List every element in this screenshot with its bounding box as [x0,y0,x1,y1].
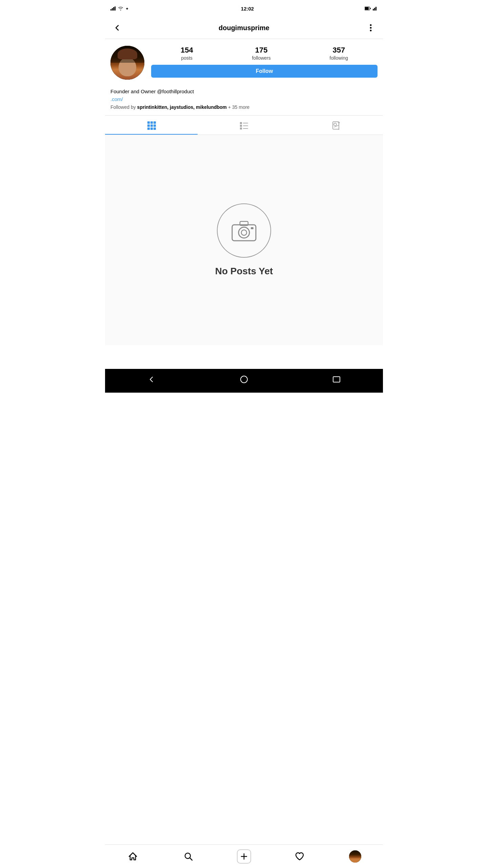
svg-rect-17 [147,124,150,127]
divider [105,115,383,116]
svg-rect-44 [333,377,340,382]
no-posts-text: No Posts Yet [215,266,273,277]
bio-section: Founder and Owner @foothillproduct .com/… [105,85,383,114]
svg-point-35 [239,227,249,238]
svg-point-30 [334,123,337,126]
status-time: 12:02 [241,6,254,12]
svg-rect-1 [112,8,113,11]
tab-grid[interactable] [105,117,198,135]
tab-list[interactable] [198,117,290,135]
status-right [365,6,378,11]
svg-rect-28 [243,128,248,129]
tagged-icon [332,121,341,130]
svg-point-43 [241,376,247,383]
status-left: ✦ [110,6,130,11]
svg-rect-20 [147,127,150,130]
svg-rect-15 [150,121,153,124]
following-count: 357 [332,46,345,55]
svg-rect-26 [243,125,248,126]
following-label: following [330,55,348,61]
svg-rect-25 [240,125,242,127]
svg-rect-6 [365,7,369,10]
svg-rect-22 [154,127,156,130]
back-system-button[interactable] [146,374,157,384]
followers-label: followers [252,55,270,61]
signal-bars-icon [373,6,378,11]
svg-point-36 [241,230,247,235]
followed-by-more: + 35 more [227,104,249,110]
bio-link[interactable]: .com/ [110,96,123,102]
svg-rect-21 [150,127,153,130]
bottom-spacer [105,345,383,369]
svg-rect-0 [110,9,111,11]
svg-rect-3 [115,6,116,11]
svg-rect-18 [150,124,153,127]
top-nav: dougimusprime [105,17,383,39]
followed-by-users: sprintinkitten, jaystudios, mikelundbom [137,104,227,110]
svg-rect-7 [370,8,371,9]
home-system-button[interactable] [239,374,249,384]
bio-description: Founder and Owner @foothillproduct [110,88,378,95]
camera-circle [217,203,271,258]
followed-by-text: Followed by [110,104,137,110]
stat-following[interactable]: 357 following [330,46,348,61]
stats-row: 154 posts 175 followers 357 following [151,46,378,61]
svg-rect-38 [251,227,253,229]
profile-header: 154 posts 175 followers 357 following Fo… [105,39,383,85]
avatar[interactable] [110,46,144,80]
list-icon [240,121,248,130]
status-bar: ✦ 12:02 [105,0,383,17]
avatar-image [110,46,144,80]
grid-icon [147,121,156,130]
posts-label: posts [181,55,192,61]
svg-rect-19 [154,124,156,127]
followed-by: Followed by sprintinkitten, jaystudios, … [110,104,378,110]
bluetooth-icon: ✦ [125,6,130,11]
svg-rect-27 [240,127,242,130]
svg-rect-16 [154,121,156,124]
svg-rect-24 [243,123,248,123]
svg-rect-10 [375,7,377,11]
camera-icon [230,220,258,242]
stat-posts[interactable]: 154 posts [181,46,193,61]
tab-tagged[interactable] [290,117,383,135]
battery-icon [365,6,371,11]
svg-point-12 [370,27,371,29]
svg-rect-2 [113,7,114,11]
svg-rect-14 [147,121,150,124]
recents-system-button[interactable] [331,374,342,384]
wifi-icon [118,6,123,11]
more-options-button[interactable] [364,21,378,35]
content-area: No Posts Yet [105,135,383,345]
posts-count: 154 [181,46,193,55]
back-button[interactable] [110,21,124,35]
stats-container: 154 posts 175 followers 357 following Fo… [151,46,378,78]
svg-point-13 [370,30,371,32]
follow-button[interactable]: Follow [151,65,378,78]
svg-rect-23 [240,122,242,124]
signal-icon [110,6,116,11]
system-nav [105,369,383,393]
stat-followers[interactable]: 175 followers [252,46,270,61]
followers-count: 175 [255,46,268,55]
svg-rect-9 [374,8,375,11]
svg-rect-8 [373,9,374,11]
page-title: dougimusprime [219,24,269,32]
svg-text:✦: ✦ [125,6,129,11]
svg-point-11 [370,24,371,26]
tab-bar [105,117,383,135]
